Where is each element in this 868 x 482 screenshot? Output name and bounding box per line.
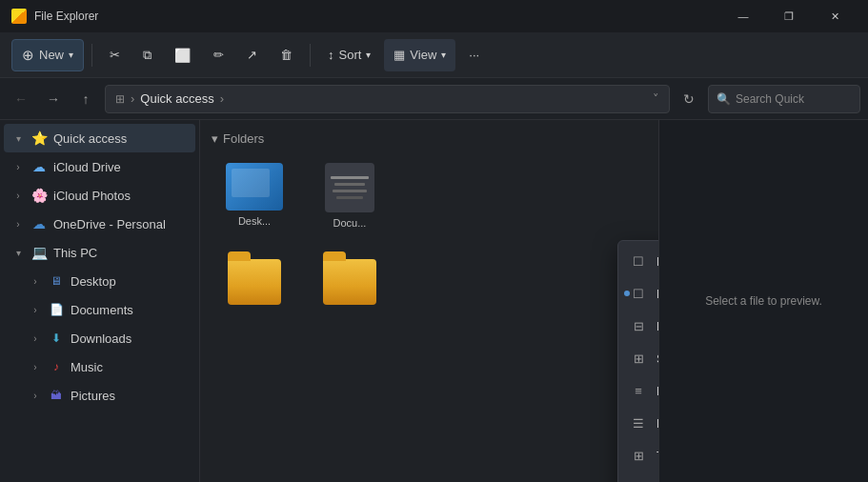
sidebar-item-onedrive[interactable]: › ☁ OneDrive - Personal xyxy=(4,210,195,238)
large-icons-label: Large icons xyxy=(656,287,658,301)
breadcrumb-end-chevron: › xyxy=(220,91,224,106)
folders-header-text: Folders xyxy=(223,131,264,146)
paste-button[interactable]: ⬜ xyxy=(165,39,200,71)
downloads-label: Downloads xyxy=(71,331,131,346)
search-icon: 🔍 xyxy=(717,92,731,106)
address-dropdown-chevron[interactable]: ˅ xyxy=(653,91,659,106)
file-area: ▾ Folders Desk... Docu... xyxy=(200,120,658,482)
refresh-button[interactable]: ↻ xyxy=(676,86,702,112)
sidebar-item-quick-access[interactable]: ▾ ⭐ Quick access xyxy=(4,124,195,152)
view-dropdown-icon: ▾ xyxy=(441,50,446,60)
menu-item-large-icons[interactable]: ☐ Large icons xyxy=(618,277,658,310)
menu-item-list[interactable]: ≡ List xyxy=(618,374,658,407)
chevron-right-icon-5: › xyxy=(29,303,42,316)
up-button[interactable]: ↑ xyxy=(72,86,99,112)
back-button[interactable]: ← xyxy=(8,86,34,112)
sidebar-item-pictures[interactable]: › 🏔 Pictures xyxy=(4,381,195,410)
menu-item-tiles[interactable]: ⊞ Tiles xyxy=(618,439,658,472)
chevron-down-icon: ▾ xyxy=(11,131,25,145)
window-controls: — ❐ ✕ xyxy=(721,0,857,32)
desktop-icon: 🖥 xyxy=(48,272,65,290)
address-icon: ⊞ xyxy=(115,92,125,106)
view-dropdown-menu: ☐ Extra large icons ☐ Large icons ⊟ Medi… xyxy=(617,240,658,482)
more-button[interactable]: ··· xyxy=(459,39,489,71)
sidebar-item-music[interactable]: › ♪ Music xyxy=(4,352,195,381)
quick-access-label: Quick access xyxy=(53,131,127,146)
large-icons-check xyxy=(624,291,630,296)
this-pc-icon: 💻 xyxy=(30,244,48,261)
cut-icon: ✂ xyxy=(110,48,120,62)
app-title: File Explorer xyxy=(34,10,98,23)
details-icon: ☰ xyxy=(630,414,647,432)
music-label: Music xyxy=(71,360,103,374)
folder-item-2[interactable] xyxy=(307,251,393,317)
close-button[interactable]: ✕ xyxy=(813,0,857,32)
app-icon xyxy=(11,9,27,24)
copy-icon: ⧉ xyxy=(143,48,151,63)
search-placeholder: Search Quick xyxy=(736,92,804,106)
sort-icon: ↕ xyxy=(328,48,334,62)
desktop-thumbnail xyxy=(226,163,283,211)
copy-button[interactable]: ⧉ xyxy=(133,39,161,71)
folder-icon-2 xyxy=(323,259,376,305)
title-bar: File Explorer — ❐ ✕ xyxy=(0,0,868,32)
tiles-icon: ⊞ xyxy=(630,447,647,464)
menu-item-details[interactable]: ☰ Details xyxy=(618,407,658,439)
view-icon: ▦ xyxy=(394,48,405,62)
forward-button[interactable]: → xyxy=(40,86,67,112)
paste-icon: ⬜ xyxy=(174,48,191,63)
chevron-right-icon-2: › xyxy=(11,189,25,202)
breadcrumb-path: Quick access xyxy=(140,91,213,106)
menu-item-medium-icons[interactable]: ⊟ Medium-sized icons xyxy=(618,310,658,342)
this-pc-label: This PC xyxy=(53,246,97,260)
file-name-documents: Docu... xyxy=(312,217,388,229)
files-grid: Desk... Docu... xyxy=(212,155,647,236)
rename-button[interactable]: ✏ xyxy=(204,39,233,71)
chevron-down-icon-2: ▾ xyxy=(11,246,25,259)
onedrive-icon: ☁ xyxy=(30,215,48,232)
small-icons-label: Small icons xyxy=(656,351,658,366)
quick-access-icon: ⭐ xyxy=(30,130,48,147)
restore-button[interactable]: ❐ xyxy=(767,0,811,32)
details-label: Details xyxy=(656,416,658,431)
folder-item-1[interactable] xyxy=(212,251,297,317)
chevron-right-icon-7: › xyxy=(29,360,42,373)
view-button[interactable]: ▦ View ▾ xyxy=(384,39,455,71)
documents-icon: 📄 xyxy=(48,301,65,318)
menu-item-content[interactable]: ⊟ Content xyxy=(618,472,658,482)
sidebar-item-downloads[interactable]: › ⬇ Downloads xyxy=(4,324,195,352)
folder-icon-1 xyxy=(228,259,281,305)
sidebar-item-icloud-drive[interactable]: › ☁ iCloud Drive xyxy=(4,152,195,181)
new-icon: ⊕ xyxy=(22,47,34,64)
music-icon: ♪ xyxy=(48,358,65,375)
new-button[interactable]: ⊕ New ▾ xyxy=(11,39,84,71)
onedrive-label: OneDrive - Personal xyxy=(53,217,166,231)
preview-text: Select a file to preview. xyxy=(705,294,822,308)
delete-button[interactable]: 🗑 xyxy=(271,39,302,71)
sidebar: ▾ ⭐ Quick access › ☁ iCloud Drive › 🌸 iC… xyxy=(0,120,200,482)
address-input[interactable]: ⊞ › Quick access › ˅ xyxy=(105,85,670,113)
documents-label: Documents xyxy=(71,303,133,317)
sidebar-item-desktop[interactable]: › 🖥 Desktop xyxy=(4,267,195,295)
file-name-desktop: Desk... xyxy=(216,215,293,227)
list-label: List xyxy=(656,384,658,398)
menu-item-small-icons[interactable]: ⊞ Small icons xyxy=(618,342,658,374)
share-button[interactable]: ↗ xyxy=(237,39,267,71)
more-icon: ··· xyxy=(469,48,479,62)
small-icons-icon: ⊞ xyxy=(630,350,647,367)
view-label: View xyxy=(410,48,436,62)
minimize-button[interactable]: — xyxy=(721,0,765,32)
file-item-desktop[interactable]: Desk... xyxy=(212,155,297,236)
new-label: New xyxy=(39,48,64,62)
downloads-icon: ⬇ xyxy=(48,330,65,347)
medium-icons-icon: ⊟ xyxy=(630,317,647,334)
file-item-documents[interactable]: Docu... xyxy=(307,155,393,236)
sidebar-item-documents[interactable]: › 📄 Documents xyxy=(4,295,195,324)
menu-item-extra-large-icons[interactable]: ☐ Extra large icons xyxy=(618,245,658,277)
cut-button[interactable]: ✂ xyxy=(100,39,130,71)
sort-button[interactable]: ↕ Sort ▾ xyxy=(318,39,380,71)
folders-chevron: ▾ xyxy=(212,131,218,146)
sidebar-item-icloud-photos[interactable]: › 🌸 iCloud Photos xyxy=(4,181,195,210)
sidebar-item-this-pc[interactable]: ▾ 💻 This PC xyxy=(4,238,195,267)
search-box[interactable]: 🔍 Search Quick xyxy=(708,85,860,113)
